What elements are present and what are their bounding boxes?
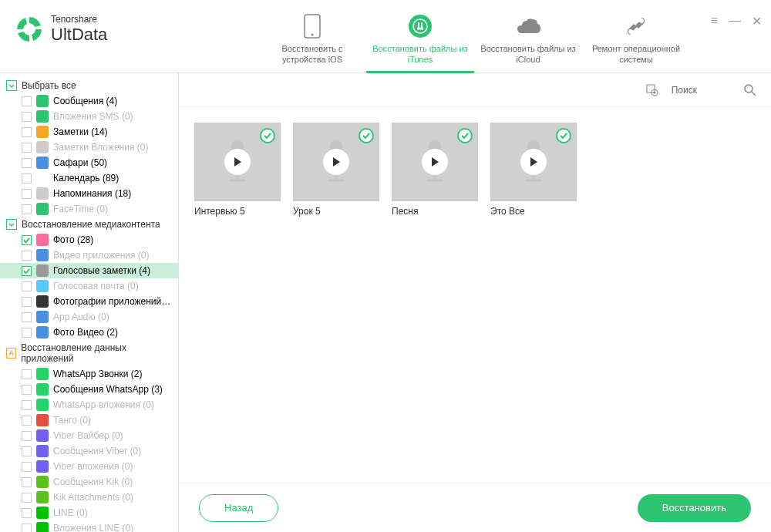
sidebar-item[interactable]: Kik Attachments (0) xyxy=(0,490,178,505)
checkbox[interactable] xyxy=(22,462,32,472)
checkbox[interactable] xyxy=(22,112,32,122)
sidebar-item[interactable]: Танго (0) xyxy=(0,412,178,428)
voice-memo-item[interactable]: Урок 5 xyxy=(293,123,379,217)
menu-icon[interactable]: ≡ xyxy=(711,14,718,29)
check-icon[interactable] xyxy=(457,128,473,143)
sidebar-item[interactable]: Заметки (14) xyxy=(0,124,178,140)
play-button[interactable] xyxy=(224,149,251,175)
checkbox[interactable] xyxy=(22,477,32,487)
settings-icon[interactable] xyxy=(645,83,659,97)
tab-2[interactable]: Восстановить файлы из iCloud xyxy=(474,0,582,73)
minimize-icon[interactable]: — xyxy=(729,14,741,29)
sidebar-item[interactable]: Сообщения WhatsApp (3) xyxy=(0,382,178,397)
checkbox[interactable] xyxy=(22,416,32,426)
checkbox[interactable] xyxy=(22,143,32,153)
checkbox[interactable] xyxy=(22,385,32,395)
checkbox[interactable] xyxy=(22,266,32,276)
checkbox[interactable] xyxy=(22,158,32,168)
sidebar-item[interactable]: App Audio (0) xyxy=(0,309,178,325)
sidebar-item[interactable]: Голосовая почта (0) xyxy=(0,278,178,294)
voice-memo-item[interactable]: Это Все xyxy=(490,123,577,217)
sidebar-item[interactable]: Viber Вайбер (0) xyxy=(0,428,178,443)
restore-button[interactable]: Восстановить xyxy=(638,494,751,522)
group-marker-icon xyxy=(6,219,17,230)
tab-1[interactable]: Восстановить файлы из iTunes xyxy=(366,0,474,73)
sidebar-item[interactable]: Сообщения Viber (0) xyxy=(0,443,178,459)
sidebar-item[interactable]: Фото (28) xyxy=(0,232,178,247)
close-icon[interactable]: ✕ xyxy=(752,14,762,29)
check-icon[interactable] xyxy=(359,128,374,143)
voice-memo-item[interactable]: Интервью 5 xyxy=(194,123,281,217)
sidebar-item[interactable]: Сафари (50) xyxy=(0,155,178,170)
svg-rect-8 xyxy=(647,85,655,93)
sidebar-item[interactable]: Напоминания (18) xyxy=(0,186,178,201)
app-icon xyxy=(36,295,49,308)
search-label[interactable]: Поиск xyxy=(672,85,697,96)
item-name: Это Все xyxy=(490,206,577,217)
item-label: FaceTime (0) xyxy=(53,204,108,214)
checkbox[interactable] xyxy=(22,312,32,322)
thumbnail[interactable] xyxy=(392,123,478,201)
checkbox[interactable] xyxy=(22,204,32,214)
group-header[interactable]: Выбрать все xyxy=(0,78,178,93)
item-label: Сообщения Kik (0) xyxy=(53,476,133,487)
item-label: Заметки Вложения (0) xyxy=(53,142,148,153)
sidebar-item[interactable]: Видео приложения (0) xyxy=(0,247,178,263)
checkbox[interactable] xyxy=(22,297,32,307)
sidebar-item[interactable]: Вложения SMS (0) xyxy=(0,109,178,124)
sidebar-item[interactable]: Фото Видео (2) xyxy=(0,325,178,340)
sidebar-item[interactable]: Заметки Вложения (0) xyxy=(0,140,178,155)
tab-3[interactable]: Ремонт операционной системы xyxy=(582,0,690,73)
play-icon xyxy=(232,157,243,167)
checkbox[interactable] xyxy=(22,281,32,291)
play-button[interactable] xyxy=(520,149,547,175)
checkbox[interactable] xyxy=(22,127,32,137)
sidebar-item[interactable]: Календарь (89) xyxy=(0,170,178,186)
checkbox[interactable] xyxy=(22,400,32,410)
svg-line-12 xyxy=(752,92,756,96)
checkbox[interactable] xyxy=(22,446,32,456)
sidebar-item[interactable]: WhatsApp Звонки (2) xyxy=(0,366,178,382)
group-marker-icon xyxy=(6,80,17,91)
thumbnail[interactable] xyxy=(194,123,281,201)
checkbox[interactable] xyxy=(22,508,32,518)
checkbox[interactable] xyxy=(22,524,32,533)
thumbnail[interactable] xyxy=(293,123,379,201)
item-name: Песня xyxy=(392,206,478,217)
voice-memo-item[interactable]: Песня xyxy=(392,123,478,217)
checkbox[interactable] xyxy=(22,431,32,441)
sidebar-item[interactable]: Viber вложения (0) xyxy=(0,459,178,474)
sidebar-item[interactable]: LINE (0) xyxy=(0,505,178,520)
checkbox[interactable] xyxy=(22,173,32,184)
thumbnail[interactable] xyxy=(490,123,577,201)
tab-0[interactable]: Восстановить с устройства iOS xyxy=(258,0,366,73)
sidebar-item[interactable]: Вложения LINE (0) xyxy=(0,520,178,532)
checkbox[interactable] xyxy=(22,251,32,261)
checkbox[interactable] xyxy=(22,235,32,245)
checkbox[interactable] xyxy=(22,189,32,199)
item-label: Viber Вайбер (0) xyxy=(53,430,123,441)
check-icon[interactable] xyxy=(556,128,571,143)
checkbox[interactable] xyxy=(22,369,32,379)
sidebar-item[interactable]: Фотографии приложений (5) xyxy=(0,294,178,309)
sidebar-item[interactable]: FaceTime (0) xyxy=(0,201,178,217)
search-icon[interactable] xyxy=(743,83,757,97)
tab-icon-3 xyxy=(624,14,648,39)
sidebar-item[interactable]: Сообщения Kik (0) xyxy=(0,474,178,490)
checkbox[interactable] xyxy=(22,493,32,503)
sidebar-item[interactable]: WhatsApp вложения (0) xyxy=(0,397,178,412)
item-label: Фото (28) xyxy=(53,234,93,245)
app-icon xyxy=(36,368,49,380)
checkbox[interactable] xyxy=(22,96,32,106)
group-header[interactable]: AВосстановление данных приложений xyxy=(0,340,178,366)
item-label: WhatsApp Звонки (2) xyxy=(53,369,142,379)
back-button[interactable]: Назад xyxy=(199,494,278,522)
sidebar-item[interactable]: Сообщения (4) xyxy=(0,93,178,109)
check-icon[interactable] xyxy=(260,128,275,143)
play-button[interactable] xyxy=(422,149,448,175)
group-header[interactable]: Восстановление медиаконтента xyxy=(0,217,178,232)
sidebar-item[interactable]: Голосовые заметки (4) xyxy=(0,263,178,278)
play-button[interactable] xyxy=(323,149,349,175)
checkbox[interactable] xyxy=(22,328,32,338)
app-icon xyxy=(36,429,49,442)
